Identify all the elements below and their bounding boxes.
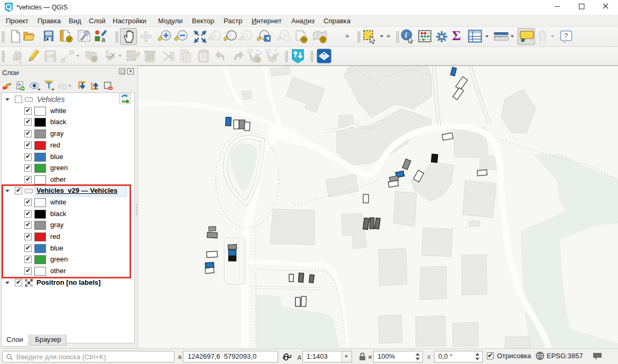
svg-text:a: a — [102, 36, 105, 43]
svg-text:?: ? — [564, 32, 568, 40]
svg-text:1:1: 1:1 — [243, 34, 248, 38]
svg-text:ε: ε — [58, 82, 61, 90]
svg-text:i: i — [405, 31, 407, 39]
